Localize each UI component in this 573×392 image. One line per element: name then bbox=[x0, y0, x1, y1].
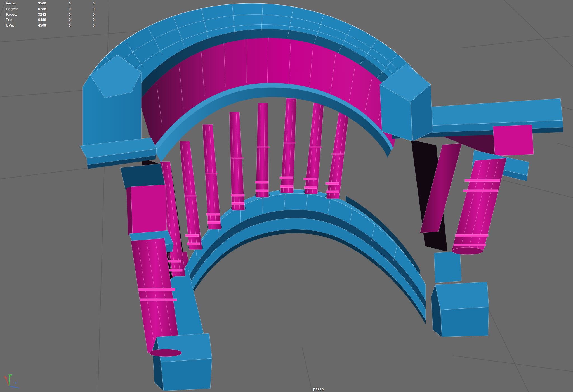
hud-row-verts: Verts: 3560 0 0 bbox=[6, 1, 95, 6]
z-axis-label: z bbox=[15, 381, 17, 384]
y-axis-line bbox=[9, 376, 10, 386]
hud-label: Faces: bbox=[6, 12, 32, 17]
x-axis-line bbox=[6, 379, 9, 386]
scene-3d[interactable] bbox=[0, 0, 573, 392]
hud-label: Edges: bbox=[6, 6, 32, 12]
base-left-top bbox=[157, 333, 212, 362]
base-left bbox=[149, 333, 212, 391]
hud-total: 4509 bbox=[32, 23, 46, 28]
base-right-upper bbox=[434, 251, 461, 283]
panel-right-magenta bbox=[493, 125, 534, 156]
hud-row-tris: Tris: 6488 0 0 bbox=[6, 17, 95, 23]
base-left-front bbox=[161, 358, 212, 391]
hud-row-uvs: UVs: 4509 0 0 bbox=[6, 23, 95, 28]
poly-count-hud: Verts: 3560 0 0 Edges: 6786 0 0 Faces: 3… bbox=[6, 1, 95, 28]
axis-gizmo: x y z bbox=[2, 372, 25, 391]
hud-component: 0 bbox=[71, 17, 95, 23]
hud-row-faces: Faces: 3242 0 0 bbox=[6, 12, 95, 17]
base-right-front bbox=[440, 307, 489, 337]
hud-selected: 0 bbox=[46, 12, 71, 17]
hud-component: 0 bbox=[71, 12, 95, 17]
y-axis-label: y bbox=[10, 373, 12, 376]
hud-total: 6786 bbox=[32, 6, 46, 12]
maya-viewport[interactable]: Verts: 3560 0 0 Edges: 6786 0 0 Faces: 3… bbox=[0, 0, 573, 392]
z-axis-line bbox=[9, 386, 19, 388]
hud-label: Tris: bbox=[6, 17, 32, 23]
hud-component: 0 bbox=[71, 1, 95, 6]
hud-selected: 0 bbox=[46, 23, 71, 28]
hud-total: 3560 bbox=[32, 1, 46, 6]
hud-total: 6488 bbox=[32, 17, 46, 23]
hud-component: 0 bbox=[71, 6, 95, 12]
camera-label: persp bbox=[310, 387, 327, 391]
hud-selected: 0 bbox=[46, 6, 71, 12]
hud-total: 3242 bbox=[32, 12, 46, 17]
hud-selected: 0 bbox=[46, 17, 71, 23]
hud-component: 0 bbox=[71, 23, 95, 28]
hud-label: Verts: bbox=[6, 1, 32, 6]
panel-left-magenta bbox=[131, 185, 167, 234]
base-right-top bbox=[435, 282, 489, 310]
hud-label: UVs: bbox=[6, 23, 32, 28]
hud-selected: 0 bbox=[46, 1, 71, 6]
hud-row-edges: Edges: 6786 0 0 bbox=[6, 6, 95, 12]
x-axis-label: x bbox=[4, 375, 6, 378]
